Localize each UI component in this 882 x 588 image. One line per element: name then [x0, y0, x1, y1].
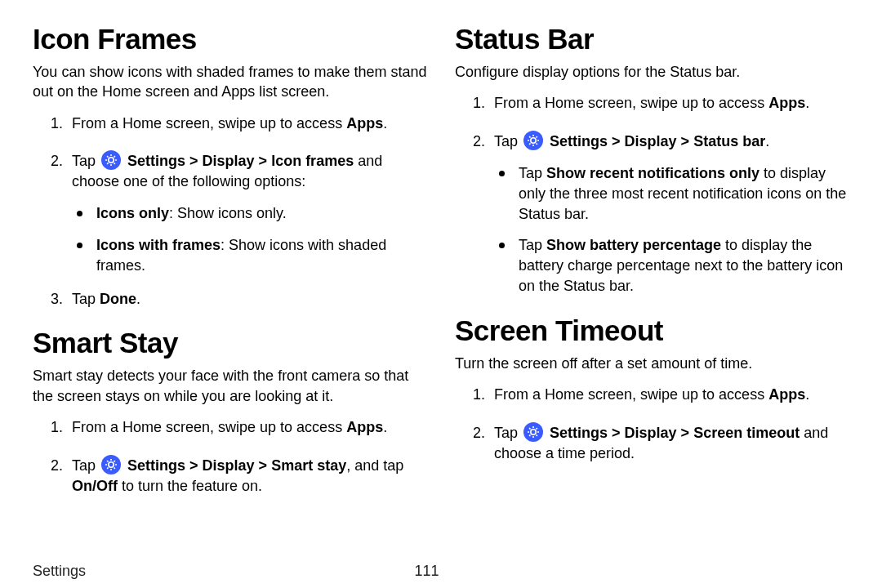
step-text: .: [136, 291, 140, 307]
breadcrumb-sep: >: [185, 457, 203, 474]
bullet-item: Icons with frames: Show icons with shade…: [72, 235, 427, 276]
step-text: .: [805, 386, 809, 403]
step-item: Tap Settings > Display > Screen timeout …: [489, 418, 849, 464]
steps-icon-frames: From a Home screen, swipe up to access A…: [33, 114, 427, 310]
svg-point-2: [101, 455, 121, 474]
apps-label: Apps: [346, 115, 383, 131]
step-item: From a Home screen, swipe up to access A…: [67, 417, 427, 438]
option-text: Tap: [519, 165, 546, 181]
breadcrumb-sep: >: [677, 133, 694, 149]
bullet-list: Tap Show recent notifications only to di…: [494, 163, 849, 296]
steps-screen-timeout: From a Home screen, swipe up to access A…: [455, 385, 849, 463]
option-text: Tap: [519, 237, 546, 253]
step-item: From a Home screen, swipe up to access A…: [489, 385, 849, 405]
option-text: : Show icons only.: [169, 205, 287, 221]
intro-icon-frames: You can show icons with shaded frames to…: [33, 62, 427, 102]
option-label: Show recent notifications only: [546, 165, 760, 181]
settings-icon: [101, 455, 121, 474]
step-text: , and tap: [346, 457, 403, 474]
step-text: .: [805, 95, 809, 111]
left-column: Icon Frames You can show icons with shad…: [33, 23, 427, 558]
step-item: From a Home screen, swipe up to access A…: [67, 114, 427, 134]
step-text: From a Home screen, swipe up to access: [72, 115, 346, 131]
right-column: Status Bar Configure display options for…: [455, 23, 849, 558]
heading-smart-stay: Smart Stay: [33, 327, 427, 359]
settings-label: Settings: [127, 457, 185, 474]
svg-point-4: [523, 131, 543, 150]
settings-icon: [523, 422, 543, 442]
step-text: From a Home screen, swipe up to access: [72, 419, 346, 435]
bullet-item: Tap Show recent notifications only to di…: [494, 163, 849, 224]
step-item: Tap Done.: [67, 289, 427, 310]
bullet-list: Icons only: Show icons only. Icons with …: [72, 203, 427, 275]
breadcrumb-sep: >: [677, 425, 694, 441]
step-text: Tap: [494, 425, 522, 441]
breadcrumb-sep: >: [255, 153, 272, 169]
settings-label: Settings: [127, 153, 185, 169]
breadcrumb-sep: >: [185, 153, 203, 169]
step-text: Tap: [72, 291, 100, 307]
option-label: Icons with frames: [96, 237, 220, 253]
step-text: .: [383, 419, 387, 435]
smart-stay-label: Smart stay: [271, 457, 346, 474]
step-item: Tap Settings > Display > Status bar. Tap…: [489, 127, 849, 296]
display-label: Display: [625, 425, 677, 441]
settings-label: Settings: [550, 425, 608, 441]
heading-icon-frames: Icon Frames: [33, 23, 427, 56]
step-item: Tap Settings > Display > Icon frames and…: [67, 146, 427, 275]
settings-icon: [101, 150, 121, 170]
bullet-item: Icons only: Show icons only.: [72, 203, 427, 224]
done-label: Done: [100, 291, 136, 307]
manual-page: Icon Frames You can show icons with shad…: [0, 0, 882, 588]
status-bar-label: Status bar: [693, 133, 765, 149]
screen-timeout-label: Screen timeout: [693, 425, 800, 441]
breadcrumb-sep: >: [608, 133, 625, 149]
steps-smart-stay: From a Home screen, swipe up to access A…: [33, 417, 427, 496]
two-column-layout: Icon Frames You can show icons with shad…: [33, 23, 849, 558]
page-number: 111: [86, 563, 768, 580]
settings-label: Settings: [550, 133, 608, 149]
step-text: Tap: [72, 457, 100, 474]
step-text: .: [383, 115, 387, 131]
apps-label: Apps: [346, 419, 383, 435]
heading-screen-timeout: Screen Timeout: [455, 314, 849, 347]
settings-icon: [523, 131, 543, 150]
footer-section: Settings: [33, 563, 86, 580]
intro-smart-stay: Smart stay detects your face with the fr…: [33, 366, 427, 406]
intro-screen-timeout: Turn the screen off after a set amount o…: [455, 354, 849, 373]
breadcrumb-sep: >: [608, 425, 625, 441]
step-text: Tap: [494, 133, 522, 149]
steps-status-bar: From a Home screen, swipe up to access A…: [455, 93, 849, 296]
display-label: Display: [203, 457, 255, 474]
step-text: .: [765, 133, 769, 149]
intro-status-bar: Configure display options for the Status…: [455, 62, 849, 82]
icon-frames-label: Icon frames: [271, 153, 354, 169]
step-item: From a Home screen, swipe up to access A…: [489, 93, 849, 114]
option-label: Icons only: [96, 205, 169, 221]
apps-label: Apps: [768, 386, 805, 403]
on-off-label: On/Off: [72, 478, 118, 494]
step-text: Tap: [72, 153, 100, 169]
svg-point-0: [101, 150, 121, 170]
step-text: to turn the feature on.: [118, 478, 262, 494]
step-item: Tap Settings > Display > Smart stay, and…: [67, 451, 427, 497]
page-footer: Settings 111: [33, 558, 849, 580]
step-text: From a Home screen, swipe up to access: [494, 386, 768, 403]
svg-point-6: [523, 422, 543, 442]
apps-label: Apps: [768, 95, 805, 111]
heading-status-bar: Status Bar: [455, 23, 849, 56]
bullet-item: Tap Show battery percentage to display t…: [494, 235, 849, 296]
step-text: From a Home screen, swipe up to access: [494, 95, 768, 111]
display-label: Display: [203, 153, 255, 169]
display-label: Display: [625, 133, 677, 149]
breadcrumb-sep: >: [255, 457, 272, 474]
option-label: Show battery percentage: [546, 237, 721, 253]
